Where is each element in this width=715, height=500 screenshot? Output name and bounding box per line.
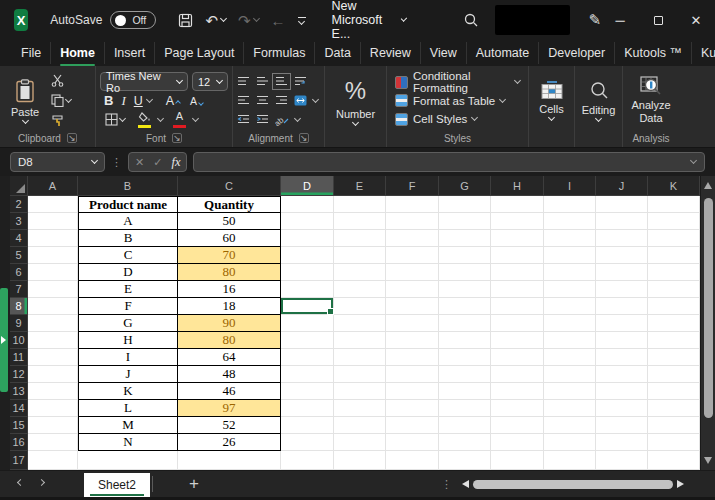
cell-J4[interactable]: [596, 230, 648, 247]
horizontal-scroll-thumb[interactable]: [473, 480, 673, 489]
cell-K16[interactable]: [648, 434, 700, 451]
cell-B10[interactable]: H: [78, 332, 178, 349]
row-header-5[interactable]: 5: [10, 247, 28, 264]
column-header-c[interactable]: C: [178, 176, 281, 196]
cell-G17[interactable]: [439, 451, 491, 470]
row-header-8[interactable]: 8: [10, 298, 28, 315]
cell-I3[interactable]: [544, 213, 596, 230]
cell-J10[interactable]: [596, 332, 648, 349]
cell-B4[interactable]: B: [78, 230, 178, 247]
cell-C6[interactable]: 80: [178, 264, 281, 281]
cell-K17[interactable]: [648, 451, 700, 470]
cell-I4[interactable]: [544, 230, 596, 247]
cancel-icon[interactable]: ✕: [135, 156, 144, 169]
align-right-icon[interactable]: [275, 95, 288, 106]
menu-tab-view[interactable]: View: [421, 42, 467, 64]
cell-I6[interactable]: [544, 264, 596, 281]
cell-H5[interactable]: [491, 247, 544, 264]
vertical-scroll-thumb[interactable]: [704, 198, 713, 418]
font-color-chevron-icon[interactable]: [192, 114, 199, 121]
cell-E7[interactable]: [334, 281, 386, 298]
cell-J6[interactable]: [596, 264, 648, 281]
cell-I8[interactable]: [544, 298, 596, 315]
italic-button[interactable]: I: [121, 93, 125, 109]
cell-C9[interactable]: 90: [178, 315, 281, 332]
cell-G12[interactable]: [439, 366, 491, 383]
format-as-table-button[interactable]: Format as Table: [395, 92, 520, 110]
font-color-button[interactable]: A: [170, 109, 189, 130]
enter-icon[interactable]: ✓: [153, 156, 162, 169]
formula-input[interactable]: [193, 152, 705, 172]
cell-A12[interactable]: [28, 366, 78, 383]
cell-G5[interactable]: [439, 247, 491, 264]
cell-H12[interactable]: [491, 366, 544, 383]
cell-J9[interactable]: [596, 315, 648, 332]
cell-H4[interactable]: [491, 230, 544, 247]
select-all-button[interactable]: [10, 176, 28, 196]
selected-cell-D8[interactable]: [281, 298, 334, 315]
cell-E11[interactable]: [334, 349, 386, 366]
cell-A7[interactable]: [28, 281, 78, 298]
align-bottom-icon[interactable]: [275, 76, 288, 87]
cell-K2[interactable]: [648, 196, 700, 213]
cell-I5[interactable]: [544, 247, 596, 264]
cell-F17[interactable]: [386, 451, 439, 470]
cell-B9[interactable]: G: [78, 315, 178, 332]
alignment-dialog-launcher[interactable]: ↘: [299, 133, 309, 143]
copy-button[interactable]: [48, 92, 74, 109]
cell-C10[interactable]: 80: [178, 332, 281, 349]
cell-D4[interactable]: [281, 230, 334, 247]
cell-H14[interactable]: [491, 400, 544, 417]
cell-A17[interactable]: [28, 451, 78, 470]
wrap-text-icon[interactable]: [294, 76, 307, 87]
add-sheet-button[interactable]: +: [189, 474, 199, 494]
fill-color-button[interactable]: [135, 110, 154, 130]
row-header-7[interactable]: 7: [10, 281, 28, 298]
tabbar-grip[interactable]: ⋮: [441, 478, 452, 491]
cell-K9[interactable]: [648, 315, 700, 332]
row-header-14[interactable]: 14: [10, 400, 28, 417]
cell-D16[interactable]: [281, 434, 334, 451]
cell-G3[interactable]: [439, 213, 491, 230]
name-box[interactable]: D8: [10, 152, 105, 172]
cell-D15[interactable]: [281, 417, 334, 434]
cell-G9[interactable]: [439, 315, 491, 332]
cell-C13[interactable]: 46: [178, 383, 281, 400]
cell-E6[interactable]: [334, 264, 386, 281]
cell-G4[interactable]: [439, 230, 491, 247]
menu-tab-page-layout[interactable]: Page Layout: [155, 42, 244, 64]
scroll-left-arrow-icon[interactable]: [462, 480, 469, 488]
orientation-icon[interactable]: ab: [275, 114, 289, 126]
merge-center-icon[interactable]: [294, 95, 307, 106]
row-header-9[interactable]: 9: [10, 315, 28, 332]
font-dialog-launcher[interactable]: ↘: [172, 133, 182, 143]
cell-C16[interactable]: 26: [178, 434, 281, 451]
column-header-b[interactable]: B: [78, 176, 178, 196]
cell-B8[interactable]: F: [78, 298, 178, 315]
number-format-button[interactable]: % Number: [329, 70, 382, 131]
cell-J5[interactable]: [596, 247, 648, 264]
cell-J2[interactable]: [596, 196, 648, 213]
cell-B16[interactable]: N: [78, 434, 178, 451]
cell-I12[interactable]: [544, 366, 596, 383]
fill-color-chevron-icon[interactable]: [157, 114, 164, 121]
cell-A3[interactable]: [28, 213, 78, 230]
font-name-select[interactable]: Times New Ro: [100, 72, 188, 91]
vertical-scrollbar[interactable]: [700, 176, 715, 470]
cell-D14[interactable]: [281, 400, 334, 417]
cell-E13[interactable]: [334, 383, 386, 400]
cell-F5[interactable]: [386, 247, 439, 264]
orientation-chevron-icon[interactable]: [294, 114, 301, 121]
clipboard-dialog-launcher[interactable]: ↘: [67, 133, 77, 143]
menu-tab-developer[interactable]: Developer: [539, 42, 615, 64]
cell-F7[interactable]: [386, 281, 439, 298]
cell-I9[interactable]: [544, 315, 596, 332]
cell-H16[interactable]: [491, 434, 544, 451]
cell-K14[interactable]: [648, 400, 700, 417]
cell-B7[interactable]: E: [78, 281, 178, 298]
cell-A4[interactable]: [28, 230, 78, 247]
cell-D13[interactable]: [281, 383, 334, 400]
paste-button[interactable]: Paste: [4, 70, 46, 131]
row-header-15[interactable]: 15: [10, 417, 28, 434]
cell-F16[interactable]: [386, 434, 439, 451]
